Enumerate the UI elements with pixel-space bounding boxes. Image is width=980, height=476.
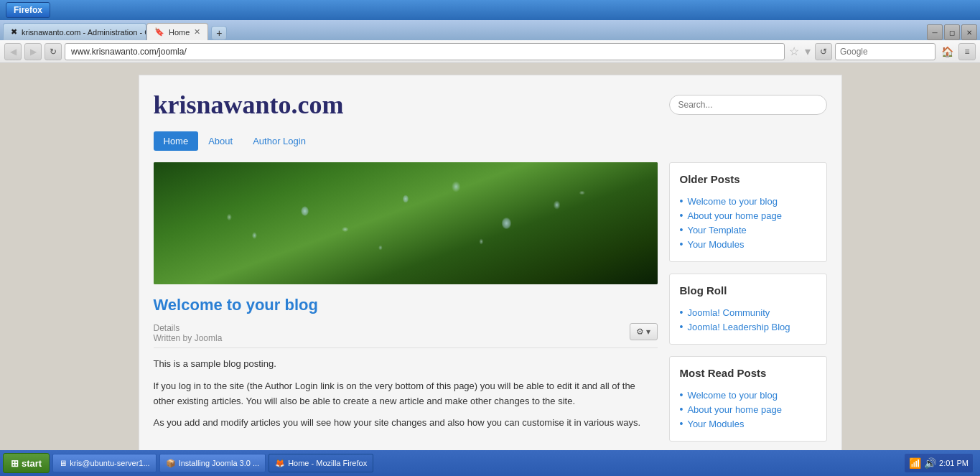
most-read-list: Welcome to your blog About your home pag… — [680, 388, 816, 431]
bookmark-star-icon[interactable]: ☆ — [789, 45, 799, 58]
terminal-icon: 🖥 — [59, 459, 67, 467]
tab-admin-icon: ✖ — [11, 27, 17, 37]
list-item: Your Modules — [680, 416, 816, 431]
site-header: krisnawanto.com — [154, 90, 827, 120]
blog-roll-link-2[interactable]: Joomla! Leadership Blog — [687, 322, 790, 332]
most-read-link-1[interactable]: Welcome to your blog — [687, 390, 778, 401]
system-tray: 📶 🔊 2:01 PM — [905, 454, 973, 472]
older-posts-title: Older Posts — [680, 173, 816, 185]
menu-button[interactable]: ≡ — [958, 43, 976, 60]
nav-author-login[interactable]: Author Login — [243, 131, 316, 151]
list-item: Your Modules — [680, 237, 816, 251]
sidebar-most-read: Most Read Posts Welcome to your blog Abo… — [669, 356, 827, 442]
start-button[interactable]: ⊞ start — [3, 453, 50, 473]
network-icon: 📶 — [909, 457, 921, 469]
installer-icon: 📦 — [166, 459, 176, 468]
sound-icon: 🔊 — [924, 457, 936, 469]
article-details-left: Details Written by Joomla — [154, 323, 223, 343]
article-details-bar: Details Written by Joomla ⚙ ▾ — [154, 323, 658, 348]
most-read-link-2[interactable]: About your home page — [687, 404, 782, 415]
bookmark-arrow-icon[interactable]: ▾ — [805, 45, 811, 58]
blog-roll-title: Blog Roll — [680, 284, 816, 297]
article-body: This is a sample blog posting. If you lo… — [154, 357, 658, 431]
sidebar-older-posts: Older Posts Welcome to your blog About y… — [669, 162, 827, 262]
main-layout: Welcome to your blog Details Written by … — [154, 162, 827, 453]
tab-home-label: Home — [169, 28, 190, 37]
list-item: Welcome to your blog — [680, 194, 816, 208]
browser-search-input[interactable] — [835, 43, 935, 60]
nav-home[interactable]: Home — [154, 131, 199, 151]
older-post-link-3[interactable]: Your Template — [687, 225, 746, 235]
content-area: Welcome to your blog Details Written by … — [154, 162, 658, 453]
tab-admin-label: krisnawanto.com - Administration - Contr… — [22, 28, 146, 37]
taskbar-item-firefox-label: Home - Mozilla Firefox — [288, 459, 367, 467]
list-item: About your home page — [680, 402, 816, 416]
taskbar-clock: 2:01 PM — [939, 459, 969, 467]
article-para1: This is a sample blog posting. — [154, 357, 658, 372]
refresh-button[interactable]: ↻ — [45, 43, 62, 60]
blog-roll-link-1[interactable]: Joomla! Community — [687, 307, 770, 318]
forward-button[interactable]: ▶ — [24, 43, 42, 60]
start-label: start — [22, 458, 42, 469]
browser-titlebar: Firefox — [0, 0, 980, 20]
restore-button[interactable]: ◻ — [944, 24, 960, 40]
site-search-input[interactable] — [669, 95, 827, 115]
taskbar-item-firefox[interactable]: 🦊 Home - Mozilla Firefox — [269, 454, 373, 472]
taskbar-item-terminal[interactable]: 🖥 kris@ubuntu-server1... — [52, 454, 156, 472]
tab-admin[interactable]: ✖ krisnawanto.com - Administration - Con… — [3, 23, 146, 40]
firefox-icon: 🦊 — [275, 459, 285, 468]
tab-home-close[interactable]: ✕ — [194, 27, 200, 37]
older-post-link-1[interactable]: Welcome to your blog — [687, 196, 778, 207]
taskbar-item-installer[interactable]: 📦 Installing Joomla 3.0 ... — [159, 454, 266, 472]
older-posts-list: Welcome to your blog About your home pag… — [680, 194, 816, 251]
firefox-menu-button[interactable]: Firefox — [6, 2, 50, 18]
nav-about[interactable]: About — [198, 131, 243, 151]
tab-home[interactable]: 🔖 Home ✕ — [146, 23, 208, 40]
sidebar-blog-roll: Blog Roll Joomla! Community Joomla! Lead… — [669, 274, 827, 345]
home-button[interactable]: 🏠 — [938, 43, 956, 60]
page-wrapper: krisnawanto.com Home About Author Login … — [0, 63, 980, 476]
taskbar-right: 📶 🔊 2:01 PM — [905, 454, 977, 472]
article-para2: If you log in to the site (the Author Lo… — [154, 379, 658, 409]
back-button[interactable]: ◀ — [4, 43, 22, 60]
list-item: Your Template — [680, 223, 816, 237]
site-container: krisnawanto.com Home About Author Login … — [139, 75, 842, 468]
site-title: krisnawanto.com — [154, 90, 344, 120]
most-read-link-3[interactable]: Your Modules — [687, 419, 744, 429]
most-read-title: Most Read Posts — [680, 367, 816, 379]
navigation-bar: ◀ ▶ ↻ ☆ ▾ ↺ 🏠 ≡ — [0, 40, 980, 63]
new-tab-button[interactable]: + — [211, 26, 227, 40]
written-by: Written by Joomla — [154, 333, 223, 343]
article-title[interactable]: Welcome to your blog — [154, 296, 658, 314]
older-post-link-2[interactable]: About your home page — [687, 210, 782, 221]
window-controls: ─ ◻ ✕ — [927, 24, 977, 40]
site-navigation: Home About Author Login — [154, 131, 827, 151]
tab-home-icon: 🔖 — [154, 27, 164, 37]
sidebar: Older Posts Welcome to your blog About y… — [669, 162, 827, 453]
list-item: Joomla! Community — [680, 305, 816, 319]
taskbar-item-installer-label: Installing Joomla 3.0 ... — [179, 459, 260, 467]
close-button[interactable]: ✕ — [961, 24, 977, 40]
details-label: Details — [154, 323, 223, 333]
list-item: About your home page — [680, 208, 816, 223]
start-icon: ⊞ — [11, 458, 19, 469]
older-post-link-4[interactable]: Your Modules — [687, 239, 744, 250]
reload-button[interactable]: ↺ — [815, 43, 832, 60]
tab-bar: ✖ krisnawanto.com - Administration - Con… — [0, 20, 980, 40]
list-item: Welcome to your blog — [680, 388, 816, 402]
address-bar[interactable] — [65, 43, 785, 60]
blog-roll-list: Joomla! Community Joomla! Leadership Blo… — [680, 305, 816, 334]
article-para3: As you add and modify articles you will … — [154, 416, 658, 431]
taskbar: ⊞ start 🖥 kris@ubuntu-server1... 📦 Insta… — [0, 450, 980, 476]
taskbar-item-terminal-label: kris@ubuntu-server1... — [70, 459, 149, 467]
minimize-button[interactable]: ─ — [927, 24, 943, 40]
hero-image — [154, 162, 658, 284]
gear-button[interactable]: ⚙ ▾ — [630, 323, 657, 340]
list-item: Joomla! Leadership Blog — [680, 319, 816, 334]
